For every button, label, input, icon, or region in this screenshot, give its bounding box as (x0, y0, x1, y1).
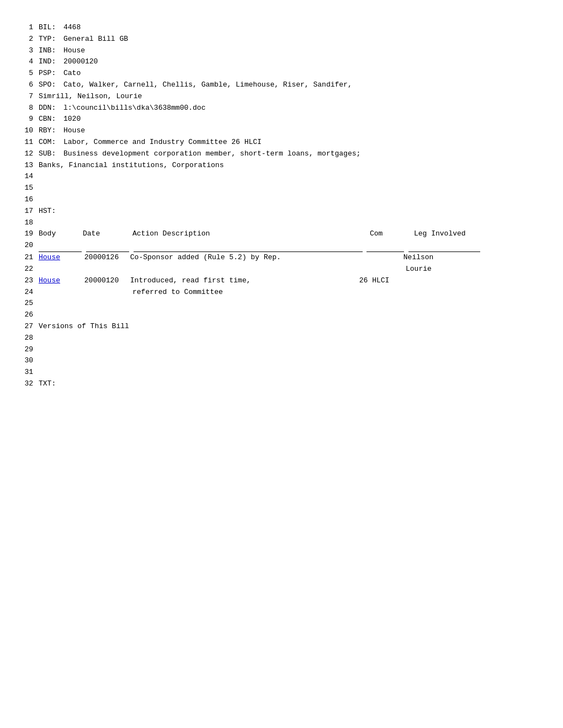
line-content: COM:Labor, Commerce and Industry Committ… (39, 137, 546, 148)
line-number: 23 (17, 275, 33, 287)
line-number: 22 (17, 264, 33, 275)
line-row: 22 Lourie (17, 264, 546, 275)
line-row: 7Simrill, Neilson, Lourie (17, 91, 546, 103)
line-content: CBN:1020 (39, 114, 546, 125)
line-content (39, 355, 546, 367)
line-row: 23House 20000120Introduced, read first t… (17, 275, 546, 287)
line-row: 11COM:Labor, Commerce and Industry Commi… (17, 137, 546, 148)
line-content: SUB:Business development corporation mem… (39, 148, 546, 160)
line-content (39, 309, 546, 321)
col-action-header: Action Description (132, 228, 370, 240)
field-label: PSP: (39, 68, 61, 79)
line-number: 6 (17, 79, 33, 91)
line-content: Versions of This Bill (39, 321, 546, 333)
hist-date: 20000120 (84, 275, 130, 287)
hist-date: 20000126 (84, 252, 130, 264)
line-row: 27Versions of This Bill (17, 321, 546, 333)
line-row: 15 (17, 183, 546, 194)
hist-action: Introduced, read first time, (130, 275, 359, 287)
line-content: DDN:l:\council\bills\dka\3638mm00.doc (39, 103, 546, 114)
line-number: 19 (17, 228, 33, 240)
line-content: PSP:Cato (39, 68, 546, 79)
line-content (39, 194, 546, 206)
body-link[interactable]: House (39, 252, 80, 264)
line-row: 25 (17, 298, 546, 309)
line-content: INB:House (39, 45, 546, 57)
line-number: 1 (17, 22, 33, 34)
line-number: 26 (17, 309, 33, 321)
hist-leg-cont: Lourie (406, 265, 432, 273)
line-number: 11 (17, 137, 33, 148)
line-row: 4IND:20000120 (17, 56, 546, 68)
line-content: House 20000126Co-Sponsor added (Rule 5.2… (39, 252, 546, 264)
line-content (39, 171, 546, 183)
field-value: 4468 (63, 23, 81, 31)
line-row: 28 (17, 333, 546, 344)
line-content: Simrill, Neilson, Lourie (39, 91, 546, 103)
line-number: 17 (17, 206, 33, 217)
line-number: 4 (17, 56, 33, 68)
line-row: 32TXT: (17, 378, 546, 390)
line-content (39, 298, 546, 309)
line-number: 5 (17, 68, 33, 79)
line-number: 3 (17, 45, 33, 57)
line-row: 3INB:House (17, 45, 546, 57)
field-label: BIL: (39, 22, 61, 34)
hist-action: Co-Sponsor added (Rule 5.2) by Rep. (130, 252, 359, 264)
line-number: 27 (17, 321, 33, 333)
field-value: House (63, 46, 85, 55)
field-label: TXT: (39, 378, 61, 390)
line-row: 18 (17, 217, 546, 229)
field-value: l:\council\bills\dka\3638mm00.doc (63, 104, 205, 112)
line-content (39, 240, 546, 252)
line-row: 24 referred to Committee (17, 287, 546, 298)
field-value: House (63, 126, 85, 135)
line-content (39, 333, 546, 344)
field-value: Labor, Commerce and Industry Committee 2… (63, 138, 262, 146)
field-label: INB: (39, 45, 61, 57)
line-number: 18 (17, 217, 33, 229)
line-row: 17HST: (17, 206, 546, 217)
line-number: 29 (17, 344, 33, 356)
col-date-header: Date (83, 228, 132, 240)
line-content: HST: (39, 206, 546, 217)
line-number: 28 (17, 333, 33, 344)
line-row: 14 (17, 171, 546, 183)
field-value: Cato, Walker, Carnell, Chellis, Gamble, … (63, 81, 352, 89)
field-value: 1020 (63, 115, 81, 123)
line-row: 20 (17, 240, 546, 252)
line-number: 32 (17, 378, 33, 390)
line-content: Lourie (39, 264, 546, 275)
line-row: 30 (17, 355, 546, 367)
field-label: IND: (39, 56, 61, 68)
line-number: 9 (17, 114, 33, 125)
field-label: SPO: (39, 79, 61, 91)
field-value: General Bill GB (63, 35, 128, 43)
line-content (39, 367, 546, 378)
line-row: 29 (17, 344, 546, 356)
line-number: 2 (17, 34, 33, 45)
body-link[interactable]: House (39, 275, 80, 287)
line-number: 21 (17, 252, 33, 264)
field-label: RBY: (39, 125, 61, 137)
line-row: 19BodyDateAction DescriptionComLeg Invol… (17, 228, 546, 240)
field-value: Cato (63, 69, 81, 77)
field-label: SUB: (39, 148, 61, 160)
line-content: House 20000120Introduced, read first tim… (39, 275, 546, 287)
line-number: 14 (17, 171, 33, 183)
line-content (39, 183, 546, 194)
line-content (39, 344, 546, 356)
line-number: 24 (17, 287, 33, 298)
line-number: 10 (17, 125, 33, 137)
col-com-header: Com (370, 228, 414, 240)
line-row: 8DDN:l:\council\bills\dka\3638mm00.doc (17, 103, 546, 114)
line-content: SPO:Cato, Walker, Carnell, Chellis, Gamb… (39, 79, 546, 91)
line-content: TYP:General Bill GB (39, 34, 546, 45)
line-content: BIL:4468 (39, 22, 546, 34)
line-row: 6SPO:Cato, Walker, Carnell, Chellis, Gam… (17, 79, 546, 91)
field-label: COM: (39, 137, 61, 148)
hist-com: 26 HLCI (359, 275, 403, 287)
line-row: 5PSP:Cato (17, 68, 546, 79)
line-number: 7 (17, 91, 33, 103)
line-number: 25 (17, 298, 33, 309)
